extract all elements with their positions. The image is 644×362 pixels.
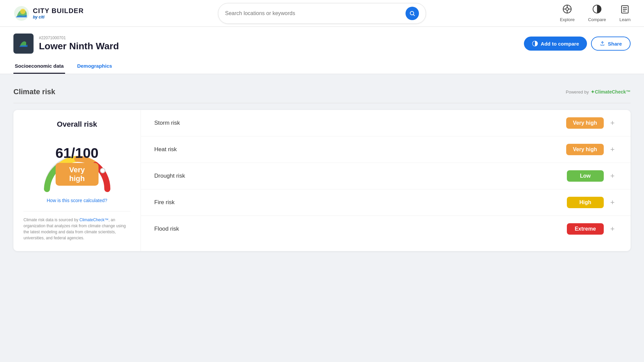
location-name: Lower Ninth Ward — [39, 41, 119, 52]
risk-row-storm: Storm risk Very high + — [141, 110, 631, 136]
svg-point-1 — [20, 9, 25, 14]
footnote: Climate risk data is sourced by ClimateC… — [23, 211, 130, 241]
storm-risk-expand[interactable]: + — [608, 118, 617, 128]
logo-area: CITY BUILDER by citi — [13, 5, 87, 21]
svg-point-17 — [100, 168, 105, 173]
nav-learn-label: Learn — [620, 17, 631, 22]
tab-demographics[interactable]: Demographics — [76, 59, 113, 74]
add-to-compare-button[interactable]: Add to compare — [524, 37, 587, 51]
section-title: Climate risk — [13, 87, 55, 96]
main-content: Climate risk Powered by ✦ClimateCheck™ O… — [0, 74, 644, 264]
location-id: #22071000701 — [39, 36, 119, 40]
svg-line-3 — [413, 14, 414, 15]
logo-subtext: by citi — [33, 15, 84, 19]
heat-risk-expand[interactable]: + — [608, 145, 617, 154]
score-badge: Very high — [55, 163, 98, 186]
powered-by: Powered by ✦ClimateCheck™ — [566, 89, 631, 95]
drought-risk-badge: Low — [567, 170, 604, 182]
location-thumb-icon — [17, 38, 30, 50]
location-info: #22071000701 Lower Ninth Ward — [39, 36, 119, 52]
nav-explore[interactable]: Explore — [560, 4, 575, 22]
fire-risk-badge: High — [567, 197, 604, 208]
logo-icon — [13, 5, 30, 21]
heat-risk-right: Very high + — [566, 144, 617, 155]
score-number: 61/100 — [55, 146, 98, 160]
gauge-score: 61/100 Very high — [55, 146, 98, 186]
nav-learn[interactable]: Learn — [620, 4, 631, 22]
share-icon — [600, 41, 605, 46]
share-btn-label: Share — [608, 41, 622, 47]
footnote-brand-link[interactable]: ClimateCheck™ — [79, 218, 109, 222]
search-button[interactable] — [406, 7, 419, 20]
flood-risk-expand[interactable]: + — [608, 224, 617, 234]
flood-risk-right: Extreme + — [567, 223, 617, 235]
share-button[interactable]: Share — [591, 37, 631, 51]
location-left: #22071000701 Lower Ninth Ward — [13, 34, 119, 54]
location-thumbnail — [13, 34, 34, 54]
overall-panel: Overall risk 61/100 — [13, 110, 141, 251]
risk-row-heat: Heat risk Very high + — [141, 136, 631, 163]
search-icon — [409, 10, 415, 16]
header: CITY BUILDER by citi — [0, 0, 644, 27]
location-header: #22071000701 Lower Ninth Ward Add to com… — [0, 27, 644, 74]
location-actions: Add to compare Share — [524, 37, 631, 51]
app-name: CITY BUILDER — [33, 7, 84, 15]
fire-risk-label: Fire risk — [154, 199, 174, 206]
flood-risk-badge: Extreme — [567, 223, 604, 235]
storm-risk-badge: Very high — [566, 117, 604, 129]
storm-risk-label: Storm risk — [154, 120, 180, 126]
top-nav: Explore Compare Learn — [557, 4, 631, 22]
tabs: Socioeconomic data Demographics — [13, 59, 631, 74]
section-divider — [13, 103, 631, 103]
compare-btn-label: Add to compare — [541, 41, 579, 47]
heat-risk-label: Heat risk — [154, 146, 177, 153]
climate-check-brand: ✦ClimateCheck™ — [591, 89, 631, 95]
compare-icon — [592, 4, 602, 16]
search-bar — [218, 3, 426, 24]
fire-risk-expand[interactable]: + — [608, 198, 617, 207]
risk-list: Storm risk Very high + Heat risk Very hi… — [141, 110, 631, 251]
nav-explore-label: Explore — [560, 17, 575, 22]
overall-title: Overall risk — [57, 120, 97, 129]
flood-risk-label: Flood risk — [154, 226, 179, 232]
search-input[interactable] — [225, 10, 406, 16]
drought-risk-expand[interactable]: + — [608, 171, 617, 181]
risk-row-flood: Flood risk Extreme + — [141, 216, 631, 242]
tab-socioeconomic[interactable]: Socioeconomic data — [13, 59, 65, 74]
heat-risk-badge: Very high — [566, 144, 604, 155]
risk-row-drought: Drought risk Low + — [141, 163, 631, 189]
gauge-container: 61/100 Very high — [37, 135, 117, 189]
climate-card: Overall risk 61/100 — [13, 110, 631, 251]
drought-risk-right: Low + — [567, 170, 617, 182]
svg-point-5 — [566, 8, 569, 10]
nav-compare-label: Compare — [588, 17, 606, 22]
nav-compare[interactable]: Compare — [588, 4, 606, 22]
compare-btn-icon — [532, 41, 538, 47]
logo-text: CITY BUILDER by citi — [33, 7, 84, 19]
drought-risk-label: Drought risk — [154, 173, 185, 179]
learn-icon — [620, 4, 630, 16]
location-top: #22071000701 Lower Ninth Ward Add to com… — [13, 34, 631, 54]
storm-risk-right: Very high + — [566, 117, 617, 129]
search-area — [87, 3, 557, 24]
risk-row-fire: Fire risk High + — [141, 189, 631, 216]
fire-risk-right: High + — [567, 197, 617, 208]
climate-risk-header: Climate risk Powered by ✦ClimateCheck™ — [13, 87, 631, 96]
explore-icon — [562, 4, 572, 16]
